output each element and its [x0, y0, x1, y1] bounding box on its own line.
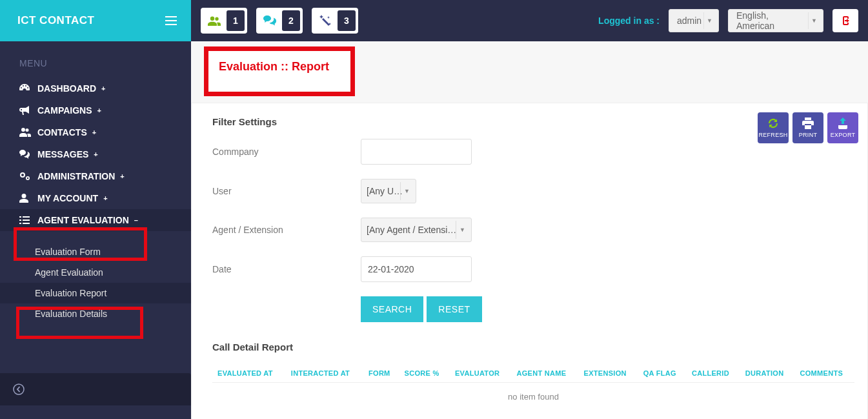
submenu-agent-evaluation[interactable]: Agent Evaluation — [0, 262, 191, 283]
user-select[interactable]: [Any U… ▼ — [361, 179, 416, 203]
users-icon — [19, 128, 37, 137]
step-1[interactable]: 1 — [201, 8, 247, 34]
svg-rect-8 — [23, 223, 30, 224]
button-divider — [425, 296, 425, 322]
comments-icon — [19, 150, 37, 159]
speedometer-icon — [19, 84, 37, 93]
col-callerid[interactable]: CALLERID — [687, 364, 740, 383]
plus-icon: + — [120, 172, 124, 180]
agent-label: Agent / Extension — [212, 225, 361, 235]
step-2[interactable]: 2 — [256, 8, 303, 34]
col-comments[interactable]: COMMENTS — [794, 364, 854, 383]
row-date: Date — [212, 256, 854, 282]
plus-icon: + — [103, 194, 107, 202]
col-qa-flag[interactable]: QA FLAG — [638, 364, 687, 383]
topbar-right: Logged in as : admin ▼ English, American… — [598, 9, 858, 32]
print-button[interactable]: PRINT — [792, 112, 823, 143]
print-icon — [802, 118, 814, 129]
svg-rect-4 — [23, 216, 30, 218]
nav-label: CAMPAIGNS — [37, 105, 92, 116]
agent-select[interactable]: [Any Agent / Extensi… ▼ — [361, 218, 472, 242]
nav-messages[interactable]: MESSAGES + — [0, 143, 191, 165]
brand-name: ICT CONTACT — [17, 14, 94, 27]
step-number: 2 — [282, 10, 300, 31]
step-3[interactable]: 3 — [312, 8, 358, 34]
hamburger-icon[interactable] — [165, 16, 177, 25]
col-interacted-at[interactable]: INTERACTED AT — [286, 364, 363, 383]
row-agent: Agent / Extension [Any Agent / Extensi… … — [212, 218, 854, 242]
collapse-icon[interactable] — [13, 383, 25, 395]
report-table: EVALUATED AT INTERACTED AT FORM SCORE % … — [212, 364, 854, 411]
plus-icon: + — [97, 107, 101, 114]
col-agent-name[interactable]: AGENT NAME — [511, 364, 578, 383]
print-label: PRINT — [799, 132, 818, 138]
comments-icon — [259, 10, 281, 31]
date-input[interactable] — [361, 256, 472, 282]
language-dropdown-value: English, American — [736, 10, 803, 31]
sidebar-footer — [0, 373, 191, 405]
logout-button[interactable] — [833, 9, 858, 32]
search-button[interactable]: SEARCH — [361, 296, 423, 322]
cogs-icon — [19, 172, 37, 181]
agent-select-value: [Any Agent / Extensi… — [367, 225, 456, 235]
col-duration[interactable]: DURATION — [740, 364, 795, 383]
submenu-evaluation-report[interactable]: Evaluation Report — [0, 283, 191, 303]
export-icon — [837, 118, 849, 129]
topbar: 1 2 3 Logged in as : admin ▼ E — [191, 0, 868, 41]
chevron-down-icon: ▼ — [703, 12, 715, 29]
svg-rect-7 — [19, 223, 21, 224]
company-input[interactable] — [361, 139, 472, 165]
language-dropdown[interactable]: English, American ▼ — [728, 9, 823, 32]
nav-agent-evaluation[interactable]: AGENT EVALUATION – — [0, 209, 191, 231]
user-label: User — [212, 186, 361, 196]
svg-rect-3 — [19, 216, 21, 218]
panel-actions: REFRESH PRINT EXPORT — [758, 112, 858, 143]
logged-in-label: Logged in as : — [598, 15, 660, 26]
logout-icon — [840, 16, 851, 25]
chevron-down-icon: ▼ — [400, 182, 413, 200]
user-dropdown-value: admin — [677, 15, 701, 26]
col-evaluator[interactable]: EVALUATOR — [450, 364, 512, 383]
nav-contacts[interactable]: CONTACTS + — [0, 121, 191, 143]
bullhorn-icon — [19, 106, 37, 115]
refresh-label: REFRESH — [758, 132, 787, 138]
nav-label: AGENT EVALUATION — [37, 215, 129, 225]
col-evaluated-at[interactable]: EVALUATED AT — [212, 364, 286, 383]
nav-list: DASHBOARD + CAMPAIGNS + CONTACTS + — [0, 77, 191, 231]
nav-dashboard[interactable]: DASHBOARD + — [0, 77, 191, 99]
col-score[interactable]: SCORE % — [399, 364, 450, 383]
nav-label: CONTACTS — [37, 127, 87, 138]
col-form[interactable]: FORM — [363, 364, 399, 383]
date-label: Date — [212, 264, 361, 274]
reset-button[interactable]: RESET — [427, 296, 481, 322]
user-select-value: [Any U… — [367, 186, 403, 196]
users-icon — [203, 10, 225, 31]
nav-campaigns[interactable]: CAMPAIGNS + — [0, 99, 191, 121]
user-dropdown[interactable]: admin ▼ — [669, 9, 719, 32]
page-title: Evaluation :: Report — [219, 60, 340, 74]
plus-icon: + — [94, 150, 97, 158]
col-extension[interactable]: EXTENSION — [579, 364, 638, 383]
empty-message: no item found — [212, 383, 854, 411]
submenu-evaluation-details[interactable]: Evaluation Details — [0, 303, 191, 324]
refresh-icon — [767, 118, 779, 129]
wand-icon — [314, 10, 336, 31]
nav-administration[interactable]: ADMINISTRATION + — [0, 165, 191, 187]
row-user: User [Any U… ▼ — [212, 179, 854, 203]
nav-label: DASHBOARD — [37, 83, 96, 94]
refresh-button[interactable]: REFRESH — [758, 112, 789, 143]
user-icon — [19, 194, 37, 203]
nav-my-account[interactable]: MY ACCOUNT + — [0, 187, 191, 209]
plus-icon: + — [92, 128, 96, 136]
plus-icon: + — [101, 85, 105, 92]
report-title: Call Detail Report — [212, 342, 854, 353]
svg-rect-5 — [19, 220, 21, 221]
step-number: 3 — [338, 10, 356, 31]
chevron-down-icon: ▼ — [456, 221, 469, 239]
submenu-evaluation-form[interactable]: Evaluation Form — [0, 241, 191, 262]
export-button[interactable]: EXPORT — [827, 112, 858, 143]
nav-label: ADMINISTRATION — [37, 171, 115, 181]
svg-point-9 — [14, 384, 24, 394]
main-content: Evaluation :: Report REFRESH PRINT — [191, 41, 868, 419]
step-number: 1 — [227, 10, 245, 31]
